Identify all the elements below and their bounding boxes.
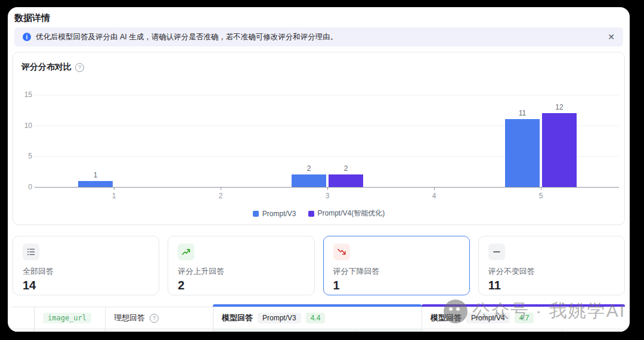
bar-chart: 051015123451211212 [13, 76, 624, 202]
chart-title: 评分分布对比 [21, 62, 72, 73]
y-tick-label: 10 [17, 121, 32, 130]
x-tick-mark [221, 188, 221, 190]
chart-bar[interactable] [78, 181, 113, 187]
stat-value: 1 [333, 279, 460, 292]
trend-up-icon [178, 244, 194, 260]
bar-value-label: 2 [292, 164, 326, 173]
card-all-answers[interactable]: 全部回答 14 [13, 236, 159, 295]
x-tick-label: 5 [529, 192, 553, 200]
x-tick-mark [327, 188, 328, 190]
highlighted-cell [213, 329, 422, 332]
chart-bar[interactable] [542, 113, 577, 187]
chart-bar[interactable] [292, 174, 326, 187]
x-tick-mark [434, 188, 435, 190]
table-header-row: image_url 理想回答 ? 模型回答 Prompt/V3 4.4 模型回答… [12, 307, 625, 329]
stat-cards-row: 全部回答 14 评分上升回答 2 评分下降回答 1 [13, 236, 625, 295]
v3-score-badge: 4.4 [306, 313, 326, 323]
table-header-ideal-answer: 理想回答 ? [105, 307, 213, 329]
table-row[interactable] [12, 329, 625, 332]
x-tick-mark [114, 188, 114, 190]
score-distribution-panel: 评分分布对比 ? 051015123451211212 Prompt/V3Pro… [13, 52, 625, 225]
bar-value-label: 1 [78, 171, 113, 179]
card-score-unchanged-answers[interactable]: 评分不变回答 11 [478, 236, 625, 295]
page-title: 数据详情 [14, 13, 50, 24]
chart-bar[interactable] [505, 119, 540, 187]
chart-help-icon[interactable]: ? [75, 63, 84, 72]
y-tick-label: 15 [17, 91, 32, 99]
y-tick-label: 5 [17, 152, 32, 160]
info-icon: i [23, 33, 31, 41]
chart-title-row: 评分分布对比 ? [21, 62, 84, 73]
legend-item[interactable]: Prompt/V3 [253, 210, 296, 218]
stat-label: 评分不变回答 [488, 266, 615, 277]
chart-bar[interactable] [329, 174, 363, 187]
table-header-image-url: image_url [34, 307, 105, 329]
legend-label: Prompt/V4(智能优化) [318, 208, 385, 219]
table-header-model-v3: 模型回答 Prompt/V3 4.4 [213, 307, 422, 329]
stat-label: 全部回答 [23, 266, 149, 277]
legend-item[interactable]: Prompt/V4(智能优化) [308, 208, 385, 219]
image-url-tag: image_url [43, 313, 91, 323]
bar-value-label: 12 [542, 103, 577, 111]
bar-value-label: 11 [505, 109, 540, 117]
x-tick-label: 2 [209, 192, 233, 200]
x-tick-mark [541, 188, 541, 190]
gridline [35, 95, 619, 95]
trend-down-icon [333, 244, 350, 260]
x-tick-label: 3 [315, 192, 339, 200]
card-score-up-answers[interactable]: 评分上升回答 2 [168, 236, 314, 295]
x-tick-label: 1 [102, 192, 126, 200]
ideal-answer-help-icon[interactable]: ? [150, 314, 159, 323]
legend-swatch [308, 211, 314, 217]
stat-label: 评分上升回答 [178, 266, 304, 277]
table-header-model-v4: 模型回答 Prompt/V4 4.7 [422, 307, 625, 329]
ai-notice-banner: i 优化后模型回答及评分由 AI 生成，请确认评分是否准确，若不准确可修改评分和… [14, 27, 623, 46]
legend-label: Prompt/V3 [262, 210, 296, 218]
stat-value: 14 [23, 279, 149, 292]
minus-icon [488, 244, 505, 260]
data-detail-panel: 数据详情 i 优化后模型回答及评分由 AI 生成，请确认评分是否准确，若不准确可… [8, 7, 630, 332]
x-axis-line [35, 187, 619, 188]
card-score-down-answers[interactable]: 评分下降回答 1 [323, 236, 470, 295]
list-icon [23, 244, 39, 260]
x-tick-label: 4 [422, 192, 446, 200]
prompt-v4-tag: Prompt/V4 [466, 313, 510, 323]
y-tick-label: 0 [17, 183, 32, 191]
prompt-v3-tag: Prompt/V3 [258, 313, 301, 323]
legend-swatch [253, 211, 259, 217]
answers-table: image_url 理想回答 ? 模型回答 Prompt/V3 4.4 模型回答… [12, 304, 625, 332]
v4-score-badge: 4.7 [515, 313, 534, 323]
bar-value-label: 2 [329, 164, 363, 173]
close-icon[interactable]: ✕ [608, 33, 615, 41]
stat-value: 2 [178, 279, 304, 292]
table-header-index [12, 307, 34, 329]
stat-value: 11 [488, 279, 615, 292]
chart-legend: Prompt/V3Prompt/V4(智能优化) [13, 208, 624, 219]
banner-message: 优化后模型回答及评分由 AI 生成，请确认评分是否准确，若不准确可修改评分和评分… [36, 32, 338, 42]
stat-label: 评分下降回答 [333, 266, 460, 277]
